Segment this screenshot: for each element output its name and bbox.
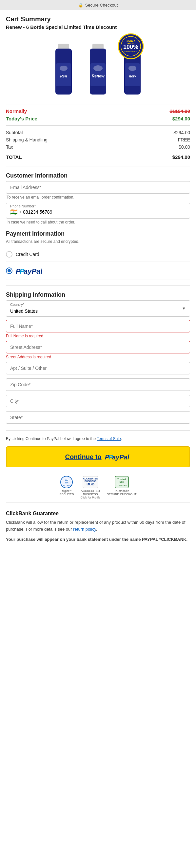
bottle-left: Ren (49, 42, 78, 99)
bottle-wrapper: Ren Renew (49, 33, 147, 99)
bbb-badge: ACCREDITED BUSINESS BBB ACCREDITEDBUSINE… (80, 475, 100, 499)
svg-point-9 (93, 65, 103, 71)
guarantee-text: ClickBank will allow for the return or r… (6, 519, 190, 533)
normally-label: Normally (6, 108, 27, 114)
phone-flag-icon: 🇮🇳 (10, 208, 18, 216)
svg-text:Site: Site (119, 481, 124, 483)
divider-1 (6, 166, 190, 166)
paypal-statement: Your purchase will appear on your bank s… (6, 536, 190, 543)
shipping-value: FREE (178, 137, 190, 143)
tax-value: $0.00 (178, 145, 190, 150)
lock-icon: 🔒 (78, 3, 83, 7)
svg-point-14 (129, 66, 136, 71)
continue-button-text: Continue to (65, 453, 101, 461)
divider-3 (6, 430, 190, 431)
email-input[interactable] (6, 181, 190, 194)
subtotal-label: Subtotal (6, 130, 23, 135)
svg-text:GUARANTEE: GUARANTEE (125, 51, 137, 53)
cta-section: By clicking Continue to PayPal below, I … (6, 436, 190, 467)
svg-text:digi: digi (65, 479, 68, 481)
today-label: Today's Price (6, 116, 37, 121)
paypal-option[interactable]: P P ayPal (6, 262, 190, 280)
svg-text:cert: cert (65, 482, 68, 484)
street-error: Street Address is required (6, 355, 190, 359)
phone-input-row: 🇮🇳 • (6, 208, 190, 218)
phone-field-wrapper: Phone Number* 🇮🇳 • (6, 203, 190, 219)
today-price: $294.00 (172, 116, 190, 121)
apt-suite-input[interactable] (6, 362, 190, 374)
svg-text:Renew: Renew (92, 74, 104, 79)
svg-text:Ren: Ren (60, 74, 67, 78)
tax-row: Tax $0.00 (6, 144, 190, 151)
svg-text:Trusted: Trusted (117, 478, 126, 480)
bbb-label: ACCREDITEDBUSINESSClick for Profile (80, 489, 100, 499)
tax-label: Tax (6, 145, 13, 150)
svg-point-4 (60, 66, 67, 71)
continue-to-paypal-button[interactable]: Continue to P P ayPal (6, 446, 190, 467)
paypal-radio[interactable] (6, 268, 12, 274)
customer-section: Customer Information To receive an email… (6, 172, 190, 224)
digicert-label: digicertSECURED (59, 489, 74, 496)
total-row: TOTAL $294.00 (6, 152, 190, 161)
terms-suffix: . (121, 436, 122, 441)
payment-section: Payment Information All transactions are… (6, 230, 190, 280)
email-hint: To receive an email order confirmation. (6, 195, 190, 199)
svg-text:ACCREDITED: ACCREDITED (83, 477, 98, 480)
payment-section-title: Payment Information (6, 230, 190, 237)
phone-hint: In case we need to call about the order. (6, 220, 190, 224)
svg-text:SECURED: SECURED (63, 484, 71, 486)
payment-options: Credit Card P P ayPal (6, 247, 190, 280)
terms-text: By clicking Continue to PayPal below, I … (6, 436, 190, 442)
trustedsite-label: TrustedSiteSECURE CHECKOUT (107, 489, 137, 496)
country-label: Country* (6, 301, 190, 307)
fullname-input[interactable] (6, 320, 190, 333)
guarantee-section: ClickBank Guarantee ClickBank will allow… (6, 508, 190, 543)
subtotals-section: Subtotal $294.00 Shipping & Handling FRE… (6, 125, 190, 161)
country-select-wrapper: Country* United States Canada United Kin… (6, 300, 190, 317)
bottle-center: Renew (83, 42, 113, 99)
product-image-container: Ren Renew (6, 33, 190, 99)
trust-badges-section: digi cert SECURED digicertSECURED ACCRED… (6, 472, 190, 503)
pricing-section: Normally $1194.00 Today's Price $294.00 (6, 104, 190, 121)
shipping-section-title: Shipping Information (6, 291, 190, 298)
guarantee-title: ClickBank Guarantee (6, 510, 190, 517)
paypal-radio-dot (7, 269, 11, 272)
credit-card-radio[interactable] (6, 251, 12, 258)
total-label: TOTAL (6, 154, 22, 160)
shipping-label: Shipping & Handling (6, 137, 47, 143)
secure-banner: 🔒 Secure Checkout (0, 0, 196, 10)
svg-text:new: new (129, 74, 136, 78)
secure-checkout-label: Secure Checkout (85, 3, 118, 7)
paypal-logo: P P ayPal (16, 266, 42, 276)
return-policy-link[interactable]: return policy (73, 527, 96, 532)
total-value: $294.00 (172, 154, 190, 160)
subtotal-row: Subtotal $294.00 (6, 129, 190, 136)
guarantee-badge: MONEY BACK 100% GUARANTEE (118, 33, 144, 59)
svg-text:100%: 100% (123, 44, 138, 50)
normally-price: $1194.00 (169, 108, 190, 114)
city-input[interactable] (6, 395, 190, 407)
digicert-badge: digi cert SECURED digicertSECURED (59, 475, 74, 499)
product-title: Renew - 6 Bottle Special Limited Time Di… (6, 24, 190, 30)
subtotal-value: $294.00 (173, 130, 190, 135)
state-input[interactable] (6, 411, 190, 424)
phone-bullet: • (19, 209, 21, 215)
svg-text:MONEY: MONEY (127, 40, 135, 42)
guarantee-text2: . (96, 527, 97, 532)
fullname-error: Full Name is required (6, 334, 190, 338)
today-price-row: Today's Price $294.00 (6, 116, 190, 121)
street-address-input[interactable] (6, 341, 190, 353)
phone-number-input[interactable] (23, 209, 186, 215)
normally-row: Normally $1194.00 (6, 108, 190, 114)
svg-text:ayPal: ayPal (112, 454, 129, 461)
cart-summary-section: Cart Summary Renew - 6 Bottle Special Li… (6, 16, 190, 161)
zip-code-input[interactable] (6, 378, 190, 391)
svg-text:BBB: BBB (87, 482, 94, 486)
shipping-row: Shipping & Handling FREE (6, 136, 190, 144)
svg-text:ayPal: ayPal (24, 267, 42, 275)
credit-card-option[interactable]: Credit Card (6, 247, 190, 262)
terms-of-sale-link[interactable]: Terms of Sale (97, 436, 121, 441)
divider-2 (6, 285, 190, 285)
cart-summary-title: Cart Summary (6, 16, 190, 23)
country-select[interactable]: United States Canada United Kingdom (6, 307, 190, 316)
